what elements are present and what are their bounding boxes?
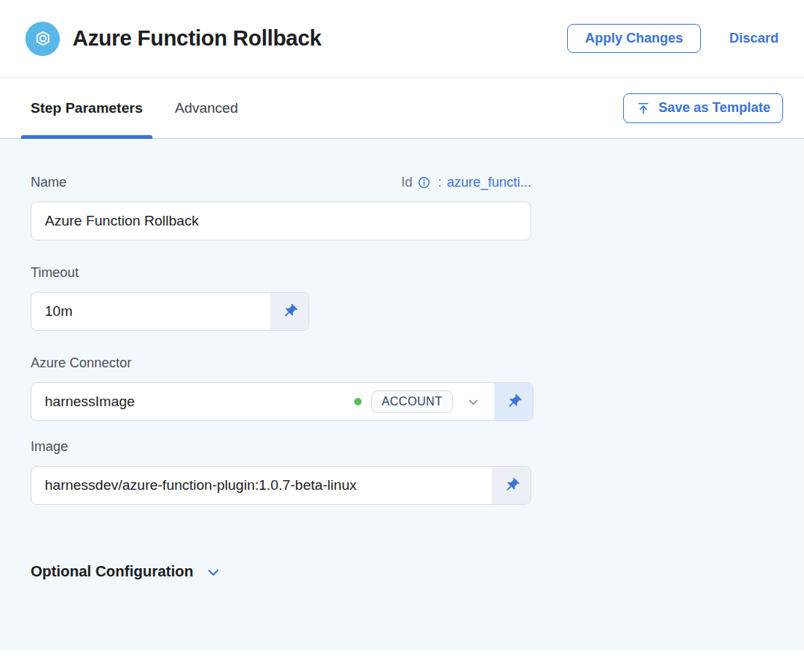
id-separator: : [438, 175, 442, 190]
header-actions: Apply Changes Discard [567, 24, 779, 53]
tabs: Step Parameters Advanced [21, 78, 247, 138]
apply-changes-button[interactable]: Apply Changes [567, 24, 701, 53]
timeout-field: Timeout [31, 265, 773, 331]
azure-connector-select[interactable]: harnessImage ACCOUNT [31, 383, 493, 420]
page-title: Azure Function Rollback [72, 26, 321, 51]
azure-connector-field: Azure Connector harnessImage ACCOUNT [31, 355, 773, 421]
save-as-template-button[interactable]: Save as Template [623, 93, 783, 123]
id-label: Id [401, 175, 412, 190]
chevron-down-icon [205, 564, 222, 581]
header: Azure Function Rollback Apply Changes Di… [0, 0, 804, 78]
tab-advanced-label: Advanced [175, 100, 238, 116]
connector-pin-button[interactable] [493, 383, 533, 420]
azure-connector-label: Azure Connector [31, 355, 132, 371]
info-icon[interactable] [418, 176, 430, 189]
name-field: Name Id : azure_functi... [31, 175, 773, 240]
tab-bar: Step Parameters Advanced Save as Templat… [0, 78, 804, 139]
name-label: Name [31, 175, 67, 190]
connector-value: harnessImage [45, 393, 344, 410]
tab-step-parameters[interactable]: Step Parameters [21, 78, 152, 138]
image-input[interactable] [31, 467, 491, 504]
pin-icon [282, 303, 298, 320]
image-field: Image [31, 439, 773, 505]
optional-configuration-toggle[interactable]: Optional Configuration [31, 561, 222, 581]
azure-function-step-icon [25, 22, 60, 56]
connector-status-dot [354, 398, 362, 405]
footer-strip [0, 650, 804, 672]
step-config-panel: Azure Function Rollback Apply Changes Di… [0, 0, 804, 672]
image-pin-button[interactable] [491, 467, 531, 504]
optional-configuration-label: Optional Configuration [31, 563, 194, 580]
tab-step-parameters-label: Step Parameters [31, 100, 143, 116]
timeout-input[interactable] [31, 293, 269, 330]
form-area: Name Id : azure_functi... [0, 139, 804, 650]
save-as-template-label: Save as Template [658, 100, 770, 116]
timeout-label: Timeout [31, 265, 78, 281]
header-title-group: Azure Function Rollback [25, 22, 321, 56]
timeout-pin-button[interactable] [269, 293, 309, 330]
pin-icon [504, 477, 520, 494]
tab-advanced[interactable]: Advanced [165, 78, 248, 138]
step-id-link[interactable]: azure_functi... [447, 175, 531, 190]
discard-button[interactable]: Discard [729, 31, 779, 46]
name-input[interactable] [31, 202, 531, 240]
upload-icon [636, 101, 651, 116]
pin-icon [506, 393, 522, 410]
step-id-row: Id : azure_functi... [401, 175, 531, 190]
chevron-down-icon [466, 395, 480, 409]
connector-scope-badge: ACCOUNT [371, 391, 453, 413]
image-label: Image [31, 439, 68, 455]
